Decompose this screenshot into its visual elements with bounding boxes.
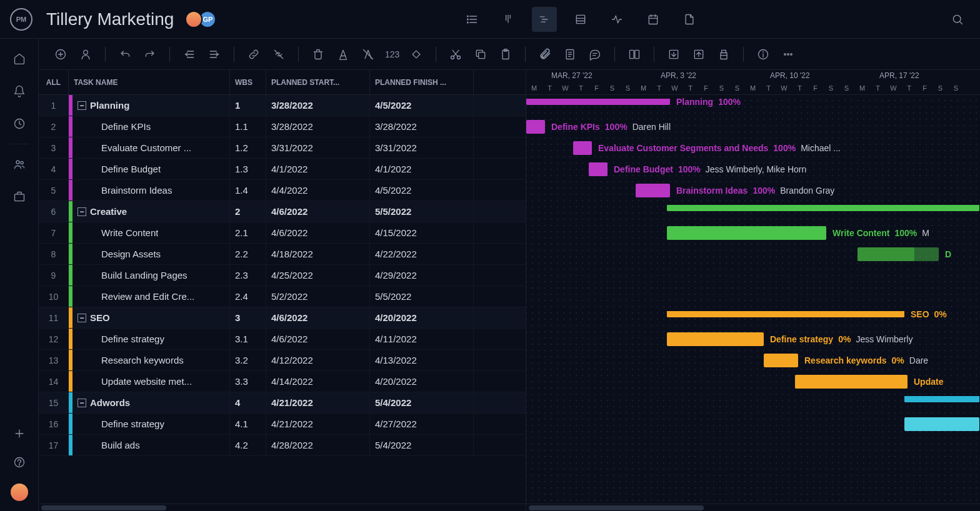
start-cell[interactable]: 4/21/2022 — [266, 392, 370, 413]
export-icon[interactable] — [691, 46, 707, 62]
wbs-cell[interactable]: 1 — [230, 95, 266, 116]
task-name-cell[interactable]: Define strategy — [69, 329, 230, 349]
activity-view-icon[interactable] — [604, 7, 629, 32]
add-task-icon[interactable] — [52, 46, 69, 62]
wbs-cell[interactable]: 2 — [230, 201, 266, 222]
finish-cell[interactable]: 4/5/2022 — [370, 180, 474, 201]
task-name-cell[interactable]: Build ads — [69, 435, 230, 455]
sheet-view-icon[interactable] — [568, 7, 593, 32]
cut-icon[interactable] — [448, 46, 464, 62]
h-scrollbar[interactable] — [39, 504, 526, 511]
task-name-cell[interactable]: Define KPIs — [69, 116, 230, 137]
board-view-icon[interactable] — [496, 7, 521, 32]
gantt-view-icon[interactable] — [532, 7, 557, 32]
gantt-row[interactable]: Update — [526, 371, 980, 392]
table-row[interactable]: 17Build ads4.24/28/20225/4/2022 — [39, 435, 526, 456]
start-cell[interactable]: 4/6/2022 — [266, 329, 370, 349]
recent-icon[interactable] — [12, 116, 27, 131]
gantt-bar[interactable]: Define Budget100%Jess Wimberly, Mike Hor… — [589, 162, 608, 176]
app-logo[interactable]: PM — [10, 8, 32, 31]
gantt-row[interactable]: D — [526, 244, 980, 265]
gantt-row[interactable] — [526, 201, 980, 222]
collapse-icon[interactable]: − — [78, 207, 86, 216]
col-start[interactable]: PLANNED START... — [266, 70, 370, 94]
task-name-cell[interactable]: Evaluate Customer ... — [69, 137, 230, 158]
gantt-row[interactable]: Research keywords0%Dare — [526, 350, 980, 371]
table-row[interactable]: 14Update website met...3.34/14/20224/20/… — [39, 371, 526, 392]
gantt-bar[interactable]: Brainstorm Ideas100%Brandon Gray — [636, 184, 670, 197]
text-style-icon[interactable] — [335, 46, 351, 62]
wbs-cell[interactable]: 3.1 — [230, 329, 266, 349]
task-name-cell[interactable]: Research keywords — [69, 350, 230, 370]
start-cell[interactable]: 4/28/2022 — [266, 435, 370, 455]
finish-cell[interactable]: 4/27/2022 — [370, 414, 474, 434]
start-cell[interactable]: 4/6/2022 — [266, 201, 370, 222]
gantt-chart[interactable]: MAR, 27 '22APR, 3 '22APR, 10 '22APR, 17 … — [526, 70, 980, 511]
wbs-cell[interactable]: 1.2 — [230, 137, 266, 158]
table-row[interactable]: 11−SEO34/6/20224/20/2022 — [39, 307, 526, 329]
diamond-icon[interactable] — [408, 46, 424, 62]
finish-cell[interactable]: 5/4/2022 — [370, 435, 474, 455]
finish-cell[interactable]: 5/5/2022 — [370, 286, 474, 307]
h-scrollbar[interactable] — [526, 504, 980, 511]
link-icon[interactable] — [246, 46, 262, 62]
search-icon[interactable] — [945, 7, 970, 32]
table-row[interactable]: 7Write Content2.14/6/20224/15/2022 — [39, 222, 526, 244]
task-name-cell[interactable]: Write Content — [69, 222, 230, 243]
col-finish[interactable]: PLANNED FINISH ... — [370, 70, 474, 94]
task-name-cell[interactable]: Brainstorm Ideas — [69, 180, 230, 201]
table-row[interactable]: 15−Adwords44/21/20225/4/2022 — [39, 392, 526, 414]
file-view-icon[interactable] — [677, 7, 702, 32]
start-cell[interactable]: 4/18/2022 — [266, 244, 370, 264]
help-icon[interactable] — [12, 455, 27, 470]
grid-body[interactable]: 1−Planning13/28/20224/5/20222Define KPIs… — [39, 95, 526, 504]
gantt-row[interactable]: Define KPIs100%Daren Hill — [526, 116, 980, 137]
table-row[interactable]: 12Define strategy3.14/6/20224/11/2022 — [39, 329, 526, 350]
wbs-cell[interactable]: 2.4 — [230, 286, 266, 307]
wbs-cell[interactable]: 3.2 — [230, 350, 266, 370]
gantt-row[interactable]: Write Content100%M — [526, 222, 980, 244]
gantt-bar[interactable] — [904, 417, 979, 431]
wbs-cell[interactable]: 2.1 — [230, 222, 266, 243]
table-row[interactable]: 16Define strategy4.14/21/20224/27/2022 — [39, 414, 526, 435]
task-name-cell[interactable]: Update website met... — [69, 371, 230, 392]
wbs-cell[interactable]: 1.1 — [230, 116, 266, 137]
people-icon[interactable] — [12, 157, 27, 172]
gantt-bar[interactable]: SEO0% — [667, 311, 904, 317]
start-cell[interactable]: 4/14/2022 — [266, 371, 370, 392]
task-name-cell[interactable]: −SEO — [69, 307, 230, 328]
table-row[interactable]: 4Define Budget1.34/1/20224/1/2022 — [39, 159, 526, 180]
finish-cell[interactable]: 4/20/2022 — [370, 371, 474, 392]
avatar[interactable] — [185, 11, 202, 28]
finish-cell[interactable]: 5/4/2022 — [370, 392, 474, 413]
notifications-icon[interactable] — [12, 84, 27, 99]
gantt-bar[interactable]: Planning100% — [526, 99, 670, 105]
gantt-row[interactable]: Evaluate Customer Segments and Needs100%… — [526, 137, 980, 159]
table-row[interactable]: 5Brainstorm Ideas1.44/4/20224/5/2022 — [39, 180, 526, 201]
task-name-cell[interactable]: Define Budget — [69, 159, 230, 179]
task-name-cell[interactable]: Define strategy — [69, 414, 230, 434]
gantt-bar[interactable]: Update — [795, 375, 908, 389]
assign-icon[interactable] — [78, 46, 94, 62]
finish-cell[interactable]: 4/13/2022 — [370, 350, 474, 370]
gantt-bar[interactable]: Define strategy0%Jess Wimberly — [667, 332, 764, 346]
wbs-cell[interactable]: 1.3 — [230, 159, 266, 179]
gantt-bar[interactable]: D — [858, 247, 939, 261]
table-row[interactable]: 3Evaluate Customer ...1.23/31/20223/31/2… — [39, 137, 526, 159]
home-icon[interactable] — [12, 51, 27, 66]
clear-format-icon[interactable] — [360, 46, 376, 62]
start-cell[interactable]: 4/25/2022 — [266, 265, 370, 285]
gantt-bar[interactable]: Write Content100%M — [667, 226, 826, 240]
gantt-row[interactable] — [526, 265, 980, 286]
start-cell[interactable]: 4/6/2022 — [266, 222, 370, 243]
task-name-cell[interactable]: Design Assets — [69, 244, 230, 264]
gantt-row[interactable] — [526, 414, 980, 435]
gantt-row[interactable]: Brainstorm Ideas100%Brandon Gray — [526, 180, 980, 201]
gantt-bar[interactable]: Research keywords0%Dare — [764, 354, 798, 367]
wbs-cell[interactable]: 2.2 — [230, 244, 266, 264]
attachment-icon[interactable] — [537, 46, 553, 62]
wbs-cell[interactable]: 4.1 — [230, 414, 266, 434]
outdent-icon[interactable] — [181, 46, 198, 62]
user-avatar[interactable] — [11, 484, 28, 501]
start-cell[interactable]: 5/2/2022 — [266, 286, 370, 307]
